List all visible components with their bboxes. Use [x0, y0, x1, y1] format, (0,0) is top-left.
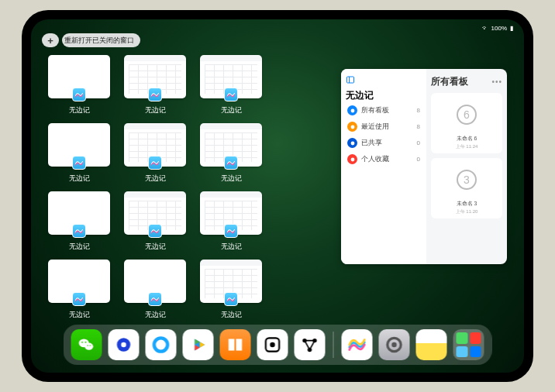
window-thumb[interactable]: 无边记 [124, 55, 186, 115]
thumb-preview [48, 55, 110, 98]
window-thumb[interactable]: 无边记 [200, 55, 262, 115]
window-thumb[interactable]: 无边记 [48, 123, 110, 184]
svg-point-11 [84, 343, 93, 350]
freeform-app-icon [224, 292, 238, 306]
board-card[interactable]: 6 未命名 6 上午 11:24 [431, 93, 502, 153]
ipad-device: ᯤ 100% ▮ + 重新打开已关闭的窗口 无边记 无边记 [22, 10, 533, 382]
svg-point-29 [391, 342, 397, 348]
category-icon [347, 122, 357, 132]
panel-section-title: 所有看板 [431, 75, 468, 88]
thumb-label: 无边记 [145, 310, 166, 320]
category-label: 已共享 [361, 138, 382, 148]
thumb-label: 无边记 [221, 105, 242, 115]
window-grid: 无边记 无边记 无边记 无边记 [48, 55, 358, 320]
panel-sidebar: 无边记 所有看板 8 最近使用 8 已共享 0 个人收藏 0 [341, 69, 426, 264]
board-time: 上午 11:20 [434, 208, 499, 215]
dock-recent-settings[interactable] [379, 329, 410, 360]
thumb-preview [200, 123, 262, 167]
freeform-app-icon [224, 156, 238, 170]
new-window-button[interactable]: + [42, 33, 59, 47]
thumb-preview [200, 260, 262, 303]
window-thumb[interactable]: 无边记 [124, 123, 186, 184]
window-thumb[interactable]: 无边记 [48, 55, 110, 115]
svg-text:3: 3 [464, 174, 470, 186]
sidebar-icon [346, 75, 355, 84]
sidebar-item[interactable]: 个人收藏 0 [346, 151, 422, 167]
sidebar-item[interactable]: 所有看板 8 [346, 102, 422, 119]
thumb-label: 无边记 [221, 310, 242, 320]
board-preview: 6 [434, 96, 499, 133]
category-count: 0 [417, 156, 420, 163]
panel-content: 所有看板 ••• 6 未命名 6 上午 11:24 3 未命名 3 上午 11:… [426, 69, 507, 264]
window-thumb[interactable]: 无边记 [124, 260, 186, 320]
window-thumb[interactable]: 无边记 [200, 260, 262, 320]
freeform-app-icon [72, 88, 86, 101]
category-icon [347, 154, 357, 164]
svg-point-15 [90, 345, 91, 346]
category-label: 个人收藏 [361, 154, 389, 164]
thumb-label: 无边记 [145, 105, 166, 115]
status-bar: ᯤ 100% ▮ [31, 22, 524, 33]
window-thumb[interactable]: 无边记 [124, 191, 186, 252]
window-thumb[interactable]: 无边记 [200, 123, 262, 184]
svg-point-13 [84, 342, 86, 343]
freeform-app-icon [148, 156, 162, 170]
freeform-app-icon [148, 292, 162, 306]
dock-app-browser-1[interactable] [109, 329, 140, 360]
freeform-preview-panel[interactable]: 无边记 所有看板 8 最近使用 8 已共享 0 个人收藏 0 [341, 69, 507, 264]
dock-app-dice[interactable] [257, 329, 288, 360]
svg-point-24 [270, 342, 275, 348]
freeform-app-icon [224, 224, 238, 238]
dock-app-graph[interactable] [295, 329, 326, 360]
board-name: 未命名 6 [434, 133, 499, 143]
thumb-label: 无边记 [221, 242, 242, 252]
thumb-preview [48, 260, 110, 303]
dock-recent-freeform[interactable] [342, 329, 373, 360]
thumb-label: 无边记 [69, 105, 90, 115]
board-preview: 3 [434, 161, 499, 198]
category-icon [347, 105, 357, 115]
dock-app-wechat[interactable] [71, 329, 102, 360]
freeform-app-icon [72, 292, 86, 306]
svg-point-18 [154, 338, 167, 351]
thumb-preview [200, 191, 262, 235]
dock-recent-notes[interactable] [416, 329, 447, 360]
sidebar-item[interactable]: 已共享 0 [346, 135, 422, 151]
board-card[interactable]: 3 未命名 3 上午 11:20 [431, 158, 502, 218]
thumb-preview [124, 123, 186, 167]
freeform-app-icon [148, 88, 162, 101]
more-icon[interactable]: ••• [491, 77, 502, 86]
thumb-label: 无边记 [69, 310, 90, 320]
thumb-label: 无边记 [69, 242, 90, 252]
window-thumb[interactable]: 无边记 [48, 260, 110, 320]
category-label: 所有看板 [361, 105, 389, 115]
panel-title-row [346, 75, 422, 84]
freeform-app-icon [72, 224, 86, 238]
window-thumb[interactable]: 无边记 [200, 191, 262, 252]
dock-app-books[interactable] [220, 329, 251, 360]
category-count: 8 [417, 107, 420, 114]
reopen-closed-window-pill[interactable]: 重新打开已关闭的窗口 [62, 33, 140, 47]
sidebar-item[interactable]: 最近使用 8 [346, 119, 422, 135]
svg-text:6: 6 [464, 108, 470, 121]
freeform-app-icon [148, 224, 162, 238]
board-name: 未命名 3 [434, 198, 499, 208]
category-icon [347, 138, 357, 148]
dock-folder[interactable] [453, 329, 484, 360]
panel-app-title: 无边记 [346, 89, 422, 102]
category-count: 8 [417, 123, 420, 130]
svg-point-3 [350, 125, 354, 129]
svg-point-5 [350, 157, 354, 161]
dock-app-browser-2[interactable] [146, 329, 177, 360]
battery-label: 100% [491, 25, 507, 32]
svg-point-14 [87, 345, 88, 346]
thumb-label: 无边记 [69, 174, 90, 184]
wifi-icon: ᯤ [482, 25, 488, 32]
thumb-preview [48, 191, 110, 235]
dock-separator [333, 332, 334, 358]
svg-point-4 [350, 141, 354, 145]
dock-app-play[interactable] [183, 329, 214, 360]
svg-point-17 [121, 342, 126, 348]
window-thumb[interactable]: 无边记 [48, 191, 110, 252]
thumb-preview [200, 55, 262, 98]
